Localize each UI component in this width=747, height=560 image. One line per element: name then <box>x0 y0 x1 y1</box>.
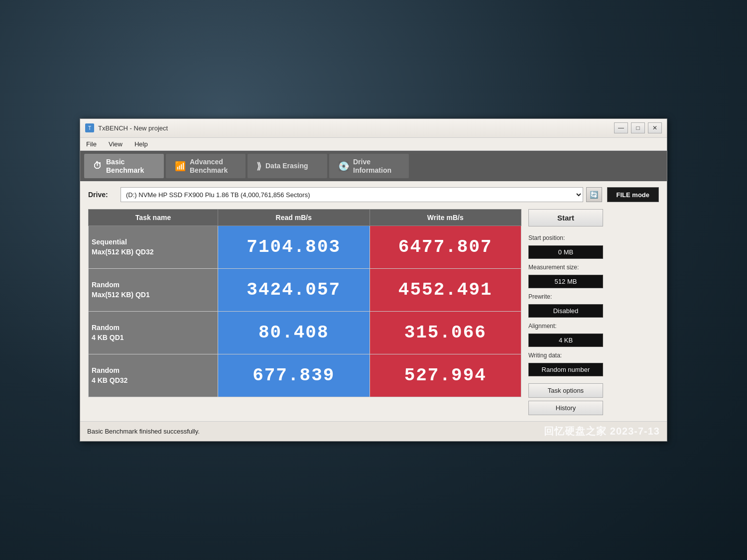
benchmark-table: Task name Read mB/s Write mB/s Sequentia… <box>88 209 521 397</box>
watermark: 回忆硬盘之家 2023-7-13 <box>544 425 660 438</box>
write-random-512-qd1: 4552.491 <box>370 269 521 312</box>
col-task-name: Task name <box>89 210 218 226</box>
measurement-size-label: Measurement size: <box>528 264 603 271</box>
table-row: Random4 KB QD32 677.839 527.994 <box>89 354 521 397</box>
table-header-row: Task name Read mB/s Write mB/s <box>89 210 521 226</box>
status-bar: Basic Benchmark finished successfully. 回… <box>80 421 667 441</box>
advanced-benchmark-label: AdvancedBenchmark <box>190 158 228 175</box>
menu-help[interactable]: Help <box>132 139 150 149</box>
menu-view[interactable]: View <box>107 139 124 149</box>
col-write: Write mB/s <box>370 210 521 226</box>
drive-select-wrapper: (D:) NVMe HP SSD FX900 Plu 1.86 TB (4,00… <box>121 187 602 202</box>
basic-benchmark-icon: ⏱ <box>93 161 102 171</box>
tab-data-erasing[interactable]: ⟫ Data Erasing <box>248 154 327 179</box>
read-random-4kb-qd1-value: 80.408 <box>221 315 367 351</box>
maximize-button[interactable]: □ <box>631 122 645 133</box>
data-erasing-label: Data Erasing <box>265 162 308 170</box>
write-random-4kb-qd1-value: 315.066 <box>373 315 518 351</box>
table-row: Random4 KB QD1 80.408 315.066 <box>89 312 521 354</box>
close-button[interactable]: ✕ <box>648 122 662 133</box>
write-random-512-qd1-value: 4552.491 <box>373 272 518 308</box>
measurement-size-value: 512 MB <box>528 275 603 288</box>
start-button[interactable]: Start <box>528 209 603 226</box>
start-position-label: Start position: <box>528 234 603 241</box>
file-mode-button[interactable]: FILE mode <box>607 187 659 202</box>
prewrite-value: Disabled <box>528 304 603 318</box>
tab-basic-benchmark[interactable]: ⏱ BasicBenchmark <box>84 154 164 179</box>
content-area: Drive: (D:) NVMe HP SSD FX900 Plu 1.86 T… <box>80 181 667 421</box>
write-random-4kb-qd32: 527.994 <box>370 354 521 397</box>
alignment-label: Alignment: <box>528 323 603 330</box>
read-random-512-qd1-value: 3424.057 <box>221 272 367 308</box>
title-bar-left: T TxBENCH - New project <box>85 123 168 132</box>
read-sequential-max: 7104.803 <box>218 226 370 269</box>
table-row: SequentialMax(512 KB) QD32 7104.803 6477… <box>89 226 521 269</box>
table-row: RandomMax(512 KB) QD1 3424.057 4552.491 <box>89 269 521 312</box>
drive-refresh-button[interactable]: 🔄 <box>586 187 602 202</box>
task-random-4kb-qd1: Random4 KB QD1 <box>89 312 218 354</box>
drive-information-icon: 💽 <box>338 161 349 172</box>
col-read: Read mB/s <box>218 210 370 226</box>
status-message: Basic Benchmark finished successfully. <box>87 428 200 435</box>
read-random-4kb-qd32: 677.839 <box>218 354 370 397</box>
writing-data-value: Random number <box>528 363 603 376</box>
task-random-4kb-qd32: Random4 KB QD32 <box>89 354 218 397</box>
writing-data-label: Writing data: <box>528 352 603 359</box>
basic-benchmark-label: BasicBenchmark <box>106 158 144 175</box>
task-options-button[interactable]: Task options <box>528 383 603 398</box>
advanced-benchmark-icon: 📶 <box>175 161 186 172</box>
read-random-512-qd1: 3424.057 <box>218 269 370 312</box>
write-sequential-max: 6477.807 <box>370 226 521 269</box>
read-sequential-max-value: 7104.803 <box>221 229 367 265</box>
main-window: T TxBENCH - New project — □ ✕ File View … <box>80 118 667 442</box>
start-position-value: 0 MB <box>528 245 603 259</box>
write-sequential-max-value: 6477.807 <box>373 229 518 265</box>
task-random-512-qd1: RandomMax(512 KB) QD1 <box>89 269 218 312</box>
alignment-value: 4 KB <box>528 334 603 347</box>
app-icon: T <box>85 123 94 132</box>
menu-bar: File View Help <box>80 138 667 151</box>
tab-drive-information[interactable]: 💽 DriveInformation <box>329 154 409 179</box>
window-title: TxBENCH - New project <box>98 124 168 132</box>
drive-information-label: DriveInformation <box>353 158 391 175</box>
drive-select[interactable]: (D:) NVMe HP SSD FX900 Plu 1.86 TB (4,00… <box>121 187 583 202</box>
tab-advanced-benchmark[interactable]: 📶 AdvancedBenchmark <box>166 154 246 179</box>
drive-label: Drive: <box>88 191 116 199</box>
prewrite-label: Prewrite: <box>528 293 603 300</box>
history-button[interactable]: History <box>528 401 603 415</box>
drive-row: Drive: (D:) NVMe HP SSD FX900 Plu 1.86 T… <box>88 187 659 202</box>
menu-file[interactable]: File <box>84 139 99 149</box>
write-random-4kb-qd1: 315.066 <box>370 312 521 354</box>
read-random-4kb-qd32-value: 677.839 <box>221 357 367 394</box>
write-random-4kb-qd32-value: 527.994 <box>373 357 518 394</box>
title-controls: — □ ✕ <box>614 122 662 133</box>
bench-content: Task name Read mB/s Write mB/s Sequentia… <box>88 209 659 415</box>
task-sequential-max: SequentialMax(512 KB) QD32 <box>89 226 218 269</box>
toolbar: ⏱ BasicBenchmark 📶 AdvancedBenchmark ⟫ D… <box>80 151 667 182</box>
read-random-4kb-qd1: 80.408 <box>218 312 370 354</box>
right-panel: Start Start position: 0 MB Measurement s… <box>528 209 603 415</box>
data-erasing-icon: ⟫ <box>256 161 261 172</box>
title-bar: T TxBENCH - New project — □ ✕ <box>80 119 667 138</box>
minimize-button[interactable]: — <box>614 122 628 133</box>
